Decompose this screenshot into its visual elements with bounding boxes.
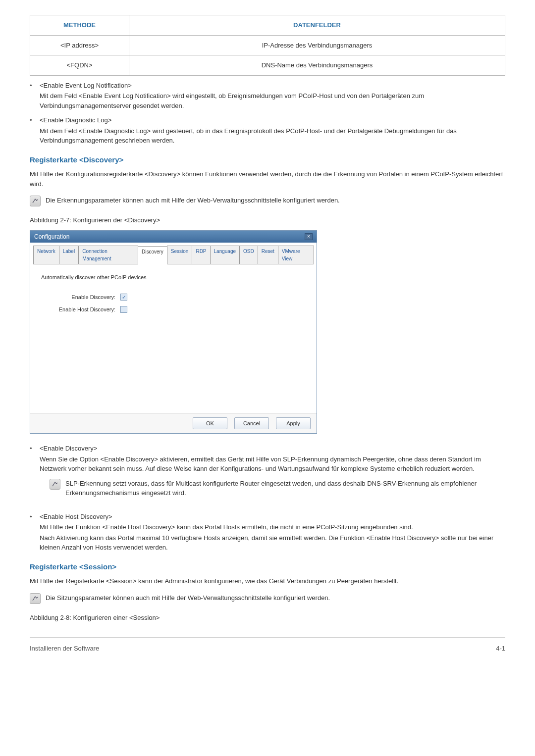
discovery-caption: Abbildung 2-7: Konfigurieren der <Discov… [30, 215, 505, 225]
note-text: SLP-Erkennung setzt voraus, dass für Mul… [65, 479, 505, 498]
note-icon [30, 593, 41, 604]
tab-discovery[interactable]: Discovery [138, 246, 167, 264]
ok-button[interactable]: OK [193, 417, 227, 430]
list-item: • <Enable Host Discovery> Mit Hilfe der … [30, 512, 505, 553]
bullet-icon: • [30, 115, 40, 125]
discovery-bullet-list: • <Enable Discovery> Wenn Sie die Option… [30, 444, 505, 553]
form-label: Enable Discovery: [41, 293, 120, 302]
bullet-icon: • [30, 512, 40, 522]
footer-right: 4-1 [496, 644, 505, 654]
session-caption: Abbildung 2-8: Konfigurieren einer <Sess… [30, 613, 505, 623]
table-row: <IP address> IP-Adresse des Verbindungsm… [30, 35, 505, 55]
form-row-enable-discovery: Enable Discovery: ✓ [41, 293, 306, 302]
dialog-body: Automatically discover other PCoIP devic… [30, 264, 317, 413]
note-text: Die Sitzungsparameter können auch mit Hi… [46, 593, 505, 603]
list-item-desc: Mit dem Feld <Enable Diagnostic Log> wir… [40, 126, 505, 146]
note-text: Die Erkennungsparameter können auch mit … [46, 196, 505, 205]
table-header-fields: DATENFELDER [129, 15, 505, 36]
discovery-heading: Registerkarte <Discovery> [30, 154, 505, 166]
note-icon [30, 196, 41, 206]
tab-label[interactable]: Label [59, 246, 79, 264]
table-row: <FQDN> DNS-Name des Verbindungsmanagers [30, 55, 505, 76]
checkbox-enable-host-discovery[interactable] [120, 306, 127, 313]
form-label: Enable Host Discovery: [41, 305, 120, 314]
tab-rdp[interactable]: RDP [192, 246, 210, 264]
list-item-title: <Enable Diagnostic Log> [40, 115, 505, 125]
list-item-desc2: Nach Aktivierung kann das Portal maximal… [40, 533, 505, 553]
bullet-icon: • [30, 81, 40, 91]
table-header-method: METHODE [30, 15, 129, 36]
tab-language[interactable]: Language [210, 246, 240, 264]
form-row-enable-host-discovery: Enable Host Discovery: [41, 305, 306, 314]
session-heading: Registerkarte <Session> [30, 561, 505, 573]
list-item-desc: Mit dem Feld <Enable Event Log Notificat… [40, 91, 505, 110]
configuration-dialog: Configuration × Network Label Connection… [30, 230, 317, 434]
methods-table: METHODE DATENFELDER <IP address> IP-Adre… [30, 15, 505, 76]
session-intro: Mit Hilfe der Registerkarte <Session> ka… [30, 576, 505, 586]
tab-osd[interactable]: OSD [239, 246, 258, 264]
tab-session[interactable]: Session [167, 246, 193, 264]
cancel-button[interactable]: Cancel [234, 417, 269, 430]
list-item: • <Enable Discovery> Wenn Sie die Option… [30, 444, 505, 507]
page-footer: Installieren der Software 4-1 [30, 637, 505, 654]
table-cell-method: <FQDN> [30, 55, 129, 76]
discovery-note: Die Erkennungsparameter können auch mit … [30, 196, 505, 206]
list-item-title: <Enable Event Log Notification> [40, 81, 505, 91]
dialog-subhead: Automatically discover other PCoIP devic… [41, 273, 306, 282]
dialog-titlebar: Configuration × [30, 231, 317, 243]
list-item: • <Enable Event Log Notification> Mit de… [30, 81, 505, 111]
footer-left: Installieren der Software [30, 644, 99, 654]
tab-connection-management[interactable]: Connection Management [78, 246, 138, 264]
nested-note: SLP-Erkennung setzt voraus, dass für Mul… [50, 479, 505, 498]
dialog-title: Configuration [34, 232, 69, 241]
list-item-desc: Mit Hilfe der Funktion <Enable Host Disc… [40, 522, 505, 532]
dialog-footer: OK Cancel Apply [30, 413, 317, 434]
dialog-tabs: Network Label Connection Management Disc… [33, 246, 314, 264]
note-icon [50, 479, 60, 490]
cm-bullet-list: • <Enable Event Log Notification> Mit de… [30, 81, 505, 146]
list-item-title: <Enable Discovery> [40, 444, 505, 454]
session-note: Die Sitzungsparameter können auch mit Hi… [30, 593, 505, 604]
list-item-desc: Wenn Sie die Option <Enable Discovery> a… [40, 454, 505, 474]
table-cell-method: <IP address> [30, 35, 129, 55]
table-cell-field: DNS-Name des Verbindungsmanagers [129, 55, 505, 76]
list-item-title: <Enable Host Discovery> [40, 512, 505, 522]
checkbox-enable-discovery[interactable]: ✓ [120, 294, 127, 301]
close-icon[interactable]: × [305, 233, 313, 240]
tab-reset[interactable]: Reset [258, 246, 278, 264]
discovery-intro: Mit Hilfe der Konfigurationsregisterkart… [30, 169, 505, 189]
tab-vmware-view[interactable]: VMware View [278, 246, 314, 264]
list-item: • <Enable Diagnostic Log> Mit dem Feld <… [30, 115, 505, 146]
apply-button[interactable]: Apply [276, 417, 311, 430]
tab-network[interactable]: Network [33, 246, 59, 264]
bullet-icon: • [30, 444, 40, 454]
table-cell-field: IP-Adresse des Verbindungsmanagers [129, 35, 505, 55]
